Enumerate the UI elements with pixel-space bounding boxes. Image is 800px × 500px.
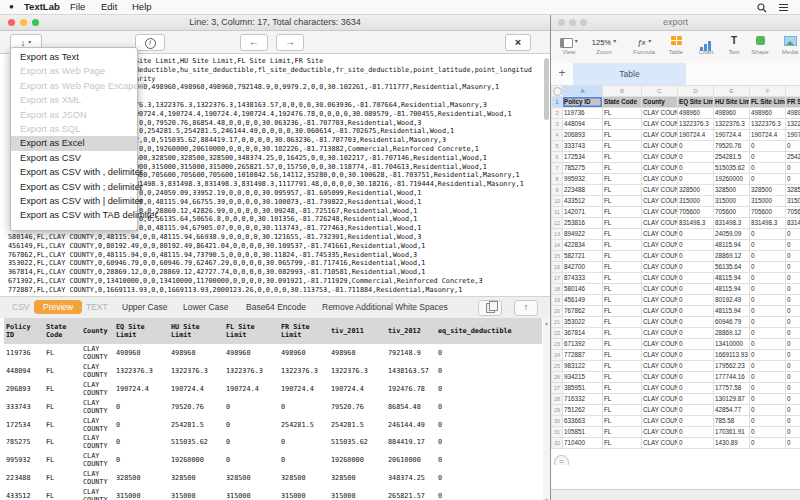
sheet-cell[interactable]: 710400 — [563, 438, 603, 449]
sheet-cell[interactable]: 0 — [750, 328, 786, 339]
sheet-cell[interactable]: 328500 — [678, 185, 714, 196]
sheet-cell[interactable]: 0 — [678, 306, 714, 317]
sheet-cell[interactable]: 0 — [750, 174, 786, 185]
sheet-cell[interactable]: 0 — [678, 262, 714, 273]
sheet-cell[interactable]: 705600 — [750, 207, 786, 218]
toolbar-zoom[interactable]: 125% ▾Zoom — [585, 34, 623, 55]
sheet-cell[interactable]: 190724.4 — [714, 130, 750, 141]
row-number[interactable]: 29 — [552, 405, 563, 416]
sheet-cell[interactable]: FL — [603, 383, 642, 394]
row-number[interactable]: 22 — [552, 328, 563, 339]
sheet-cell[interactable]: CLAY COUNTY — [642, 207, 678, 218]
sheet-cell[interactable]: 0 — [750, 416, 786, 427]
sheet-cell[interactable]: 0 — [678, 229, 714, 240]
sheet-cell[interactable]: 0 — [786, 350, 800, 361]
sheet-cell[interactable]: 0 — [678, 438, 714, 449]
sheet-cell[interactable]: 0 — [786, 273, 800, 284]
sheet-cell[interactable]: 0 — [750, 273, 786, 284]
sheet-cell[interactable]: 130129.87 — [714, 394, 750, 405]
sheet-cell[interactable]: 498960 — [678, 108, 714, 119]
row-number[interactable]: 3 — [552, 119, 563, 130]
select-all-corner[interactable] — [552, 86, 563, 97]
row-number[interactable]: 1 — [552, 97, 563, 108]
sheet-cell[interactable]: 0 — [678, 394, 714, 405]
export-menu-item[interactable]: Export as CSV with TAB delimiter — [11, 208, 137, 222]
scroll-up-icon[interactable]: ▲ — [543, 320, 550, 326]
table-handle-button[interactable]: = — [554, 455, 569, 465]
menu-item-file[interactable]: File — [70, 1, 85, 13]
sheet-cell[interactable]: 48115.94 — [714, 306, 750, 317]
row-number[interactable]: 5 — [552, 141, 563, 152]
column-header-A[interactable]: A — [563, 86, 603, 97]
toolbar-view[interactable]: ▾View — [555, 34, 583, 55]
sheet-cell[interactable]: CLAY COUNTY — [642, 361, 678, 372]
sheet-cell[interactable]: CLAY COUNTY — [642, 240, 678, 251]
sheet-cell[interactable]: FL — [603, 273, 642, 284]
sheet-cell[interactable]: 716332 — [563, 394, 603, 405]
toolbar-formula[interactable]: ƒx ▾Formula — [627, 34, 661, 55]
sheet-cell[interactable]: 0 — [786, 295, 800, 306]
row-number[interactable]: 21 — [552, 317, 563, 328]
sheet-header-cell[interactable]: State Code — [603, 97, 642, 108]
sheet-cell[interactable]: 0 — [786, 427, 800, 438]
row-number[interactable]: 26 — [552, 372, 563, 383]
sheet-cell[interactable]: CLAY COUNTY — [642, 416, 678, 427]
sheet-cell[interactable]: 42854.77 — [714, 405, 750, 416]
sheet-cell[interactable]: CLAY COUNTY — [642, 174, 678, 185]
sheet-cell[interactable]: CLAY COUNTY — [642, 427, 678, 438]
sheet-cell[interactable]: 333743 — [563, 141, 603, 152]
editor-vertical-scrollbar[interactable] — [544, 58, 549, 120]
sheet-cell[interactable]: 767862 — [563, 306, 603, 317]
sheet-cell[interactable]: 894922 — [563, 229, 603, 240]
sheet-cell[interactable]: 206893 — [563, 130, 603, 141]
sheet-header-cell[interactable]: HU Site Lim — [714, 97, 750, 108]
sheet-cell[interactable]: FL — [603, 328, 642, 339]
toolbar-chart[interactable]: Chart — [693, 34, 719, 55]
sheet-cell[interactable]: 705600 — [714, 207, 750, 218]
sheet-cell[interactable]: 515035.62 — [714, 163, 750, 174]
row-number[interactable]: 11 — [552, 207, 563, 218]
sheet-cell[interactable]: CLAY COUNTY — [642, 438, 678, 449]
sheet-cell[interactable]: 0 — [750, 372, 786, 383]
sheet-cell[interactable]: 0 — [786, 174, 800, 185]
sheet-cell[interactable]: 28869.12 — [714, 251, 750, 262]
undo-button[interactable]: ← — [240, 34, 268, 51]
sheet-cell[interactable]: 1322376.3 — [786, 119, 800, 130]
sheet-cell[interactable]: CLAY COUNTY — [642, 328, 678, 339]
row-number[interactable]: 7 — [552, 163, 563, 174]
sheet-cell[interactable]: 0 — [786, 317, 800, 328]
sheet-cell[interactable]: FL — [603, 174, 642, 185]
sheet-cell[interactable]: 179562.23 — [714, 361, 750, 372]
sheet-cell[interactable]: 48115.94 — [714, 284, 750, 295]
sheet-cell[interactable]: 142071 — [563, 207, 603, 218]
sheet-header-cell[interactable]: EQ Site Lim — [678, 97, 714, 108]
sheet-cell[interactable]: 0 — [750, 141, 786, 152]
copy-button[interactable] — [478, 300, 502, 316]
sheet-header-cell[interactable]: County — [642, 97, 678, 108]
sheet-cell[interactable]: 0 — [750, 229, 786, 240]
sheet-cell[interactable]: 671392 — [563, 339, 603, 350]
sheet-cell[interactable]: 0 — [678, 405, 714, 416]
sheet-cell[interactable]: 0 — [786, 284, 800, 295]
sheet-cell[interactable]: CLAY COUNTY — [642, 185, 678, 196]
sheet-cell[interactable]: 422834 — [563, 240, 603, 251]
row-number[interactable]: 6 — [552, 152, 563, 163]
sheet-cell[interactable]: FL — [603, 372, 642, 383]
sheet-cell[interactable]: 0 — [750, 240, 786, 251]
sheet-cell[interactable]: CLAY COUNTY — [642, 284, 678, 295]
sheet-header-cell[interactable]: FL Site Lim — [750, 97, 786, 108]
column-header-E[interactable]: E — [714, 86, 750, 97]
sheet-cell[interactable]: FL — [603, 130, 642, 141]
row-number[interactable]: 10 — [552, 196, 563, 207]
sheet-cell[interactable]: FL — [603, 218, 642, 229]
info-button[interactable]: i — [135, 34, 165, 51]
row-number[interactable]: 25 — [552, 361, 563, 372]
sheet-cell[interactable]: 13410000 — [714, 339, 750, 350]
row-number[interactable]: 28 — [552, 394, 563, 405]
action-csv[interactable]: CSV — [12, 301, 29, 314]
sheet-cell[interactable]: 582721 — [563, 251, 603, 262]
sheet-cell[interactable]: 0 — [750, 317, 786, 328]
sheet-cell[interactable]: FL — [603, 152, 642, 163]
sheet-cell[interactable]: 0 — [678, 427, 714, 438]
sheet-cell[interactable]: 983122 — [563, 361, 603, 372]
